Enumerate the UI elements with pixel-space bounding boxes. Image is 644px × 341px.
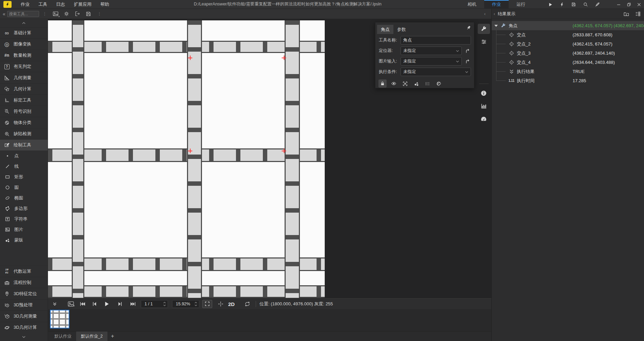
folder-add-icon[interactable] <box>624 12 629 16</box>
list-icon[interactable] <box>423 79 431 88</box>
pen-disabled-icon[interactable] <box>595 2 600 7</box>
pin-icon[interactable] <box>466 25 471 30</box>
loop-icon[interactable] <box>244 301 250 306</box>
gauge-icon[interactable] <box>478 114 490 124</box>
lightning-icon[interactable] <box>560 2 564 7</box>
tree-row[interactable]: 执行结果 TRUE <box>492 67 644 76</box>
navigator-thumbnail[interactable] <box>50 310 69 328</box>
tree-row[interactable]: 交点 (2633.887, 670.608) <box>492 30 644 39</box>
tree-row[interactable]: 交点_3 (4362.697, 2404.140) <box>492 49 644 58</box>
canvas-image[interactable] <box>48 20 325 298</box>
scroll-down-icon[interactable] <box>0 333 48 341</box>
expand-arrows-icon[interactable] <box>401 79 409 88</box>
collapse-sidebar-icon[interactable]: « <box>3 11 5 17</box>
close-button[interactable] <box>634 0 644 9</box>
collapse-toolbar-icon[interactable] <box>53 302 57 306</box>
locator-select[interactable]: 未指定 <box>401 47 462 55</box>
collapse-panel-icon[interactable]: ‹ <box>484 12 486 16</box>
minimize-button[interactable] <box>613 0 624 9</box>
sidebar-item-geo-measure[interactable]: 几何测量 <box>0 72 48 83</box>
sidebar-item-circle[interactable]: 圆 <box>0 182 48 193</box>
tree-row[interactable]: 交点_2 (4362.415, 674.057) <box>492 39 644 49</box>
zoom-spinner[interactable]: 15.92% <box>172 300 199 308</box>
add-job-tab-button[interactable]: + <box>107 331 118 341</box>
sidebar-item-algebra[interactable]: 1001代数运算 <box>0 266 48 277</box>
image-source-icon[interactable] <box>52 11 59 17</box>
expander-icon[interactable] <box>494 24 498 27</box>
job-tab-default[interactable]: 默认作业 <box>50 331 76 341</box>
sidebar-item-draw-tools[interactable]: 绘制工具 <box>0 139 48 150</box>
sidebar-item-3d-preprocess[interactable]: 3D预处理 <box>0 299 48 310</box>
export-icon[interactable] <box>74 11 81 17</box>
sidebar-item-flow-control[interactable]: 流程控制 <box>0 277 48 288</box>
image-input-select[interactable]: 未指定 <box>401 57 462 66</box>
run-play-icon[interactable] <box>548 2 553 7</box>
save-sync-icon[interactable] <box>571 2 576 7</box>
locator-link-icon[interactable] <box>464 49 471 53</box>
spinner-arrows[interactable] <box>163 302 166 306</box>
fit-view-button[interactable] <box>202 300 212 308</box>
sidebar-item-3d-measure[interactable]: 3D几何测量 <box>0 310 48 322</box>
sidebar-item-basic-calc[interactable]: ∞基础计算 <box>0 27 48 38</box>
tab-run[interactable]: 运行 <box>509 0 533 9</box>
mode-2d-button[interactable]: 2D <box>228 301 235 307</box>
job-tab-default-2[interactable]: 默认作业_2 <box>76 331 107 341</box>
exec-cond-select[interactable]: 未指定 <box>401 68 471 76</box>
menu-log[interactable]: 日志 <box>52 0 69 8</box>
next-frame-icon[interactable] <box>118 302 122 306</box>
scroll-up-icon[interactable] <box>0 19 48 27</box>
spinner-arrows[interactable] <box>194 302 197 306</box>
sidebar-item-image-transform[interactable]: ◎图像变换 <box>0 38 48 50</box>
sidebar-item-point[interactable]: 点 <box>0 150 48 161</box>
sidebar-item-object-classify[interactable]: 物体分类 <box>0 117 48 128</box>
tool-name-input[interactable] <box>401 36 471 44</box>
sidebar-item-image[interactable]: 图片 <box>0 224 48 235</box>
gear-icon[interactable] <box>63 11 70 17</box>
graphics-shapes-icon[interactable] <box>412 79 420 88</box>
image-mode-icon[interactable] <box>68 301 74 307</box>
tree-row[interactable]: 1.11 执行时间 17.285 <box>492 76 644 85</box>
sidebar-item-geo-calc[interactable]: 几何计算 <box>0 83 48 94</box>
lock-icon[interactable] <box>378 79 387 88</box>
tree-row[interactable]: 交点_4 (2634.644, 2403.488) <box>492 58 644 67</box>
tab-corner[interactable]: 角点 <box>377 25 393 34</box>
maximize-button[interactable] <box>624 0 634 9</box>
info-icon[interactable] <box>478 88 490 98</box>
sidebar-item-presence-judge[interactable]: ?有无判定 <box>0 61 48 72</box>
sidebar-item-mask[interactable]: 蒙版 <box>0 235 48 245</box>
sidebar-item-symbol-recog[interactable]: 符号识别 <box>0 106 48 117</box>
tab-job[interactable]: 作业 <box>484 0 509 9</box>
menu-help[interactable]: 帮助 <box>96 0 114 8</box>
sidebar-item-string[interactable]: 字符串 <box>0 214 48 224</box>
sidebar-item-3d-calc[interactable]: 3D几何计算 <box>0 322 48 333</box>
tree-view-icon[interactable] <box>635 12 641 16</box>
tree-row-root[interactable]: 角点 (4362.415, 674.057) (4362.697, 2404.1… <box>492 21 644 30</box>
tab-camera[interactable]: 相机 <box>460 0 484 9</box>
sidebar-item-rectangle[interactable]: 矩形 <box>0 172 48 182</box>
menu-extensions[interactable]: 扩展应用 <box>69 0 96 8</box>
sidebar-item-line[interactable]: 线 <box>0 161 48 172</box>
save-icon[interactable] <box>85 11 92 17</box>
search-input[interactable] <box>7 11 39 17</box>
collapse-results-icon[interactable]: ‹ <box>494 12 495 16</box>
menu-tools[interactable]: 工具 <box>34 0 52 8</box>
chart-icon[interactable] <box>478 101 490 111</box>
wrench-tool-icon[interactable] <box>478 24 490 34</box>
image-input-link-icon[interactable] <box>464 59 471 64</box>
frame-spinner[interactable]: 1 / 1 <box>141 300 168 308</box>
search-icon[interactable] <box>583 2 588 7</box>
sidebar-item-ellipse[interactable]: 椭圆 <box>0 193 48 203</box>
sliders-icon[interactable] <box>478 37 490 47</box>
sidebar-item-3d-locate[interactable]: 3D特征定位 <box>0 288 48 299</box>
last-frame-icon[interactable] <box>130 302 136 306</box>
tab-params[interactable]: 参数 <box>393 25 410 34</box>
sidebar-item-polygon[interactable]: 多边形 <box>0 203 48 214</box>
palette-icon[interactable] <box>435 79 443 88</box>
eye-icon[interactable] <box>390 79 398 88</box>
sidebar-item-count-detect[interactable]: #n数量检测 <box>0 50 48 61</box>
menu-job[interactable]: 作业 <box>16 0 34 8</box>
prev-frame-icon[interactable] <box>92 302 97 306</box>
first-frame-icon[interactable] <box>80 302 85 306</box>
sidebar-item-defect-detect[interactable]: 缺陷检测 <box>0 128 48 139</box>
sidebar-item-calibration[interactable]: 标定工具 <box>0 94 48 106</box>
